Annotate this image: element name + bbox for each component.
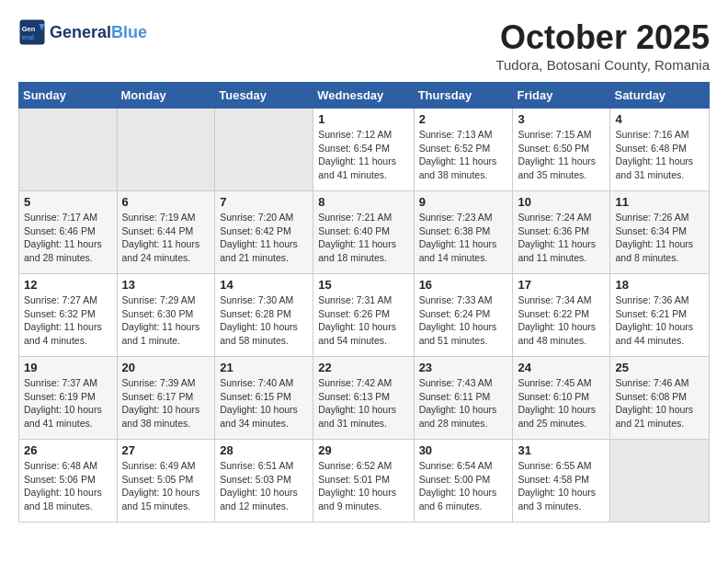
calendar-day-cell: 2Sunrise: 7:13 AM Sunset: 6:52 PM Daylig… [414, 109, 513, 191]
day-number: 14 [220, 278, 308, 292]
day-number: 27 [122, 443, 210, 457]
day-number: 12 [24, 278, 112, 292]
day-of-week-header: Thursday [414, 83, 513, 109]
calendar-day-cell: 25Sunrise: 7:46 AM Sunset: 6:08 PM Dayli… [610, 357, 710, 440]
day-of-week-header: Sunday [19, 83, 118, 109]
day-info: Sunrise: 6:52 AM Sunset: 5:01 PM Dayligh… [318, 459, 408, 513]
calendar-day-cell [610, 440, 710, 523]
calendar-day-cell: 21Sunrise: 7:40 AM Sunset: 6:15 PM Dayli… [215, 357, 313, 440]
calendar-week-row: 5Sunrise: 7:17 AM Sunset: 6:46 PM Daylig… [19, 191, 710, 274]
day-info: Sunrise: 7:45 AM Sunset: 6:10 PM Dayligh… [518, 376, 605, 431]
day-info: Sunrise: 7:30 AM Sunset: 6:28 PM Dayligh… [220, 293, 308, 348]
day-of-week-header: Tuesday [215, 83, 313, 109]
day-header-row: SundayMondayTuesdayWednesdayThursdayFrid… [19, 83, 710, 109]
day-info: Sunrise: 7:42 AM Sunset: 6:13 PM Dayligh… [318, 376, 408, 431]
calendar-day-cell: 11Sunrise: 7:26 AM Sunset: 6:34 PM Dayli… [610, 191, 710, 274]
day-info: Sunrise: 6:48 AM Sunset: 5:06 PM Dayligh… [24, 459, 112, 513]
day-number: 29 [318, 443, 408, 457]
logo: Gen eral GeneralBlue [18, 18, 147, 46]
calendar-day-cell: 31Sunrise: 6:55 AM Sunset: 4:58 PM Dayli… [513, 440, 610, 523]
title-block: October 2025 Tudora, Botosani County, Ro… [495, 18, 710, 73]
day-info: Sunrise: 7:21 AM Sunset: 6:40 PM Dayligh… [318, 211, 408, 265]
day-number: 23 [419, 361, 508, 374]
day-number: 1 [318, 112, 408, 126]
calendar-day-cell: 1Sunrise: 7:12 AM Sunset: 6:54 PM Daylig… [313, 109, 414, 191]
day-number: 22 [318, 361, 408, 374]
day-number: 19 [24, 361, 112, 374]
day-number: 18 [615, 278, 704, 292]
day-info: Sunrise: 7:46 AM Sunset: 6:08 PM Dayligh… [615, 376, 704, 431]
day-number: 21 [220, 361, 308, 374]
calendar-day-cell: 6Sunrise: 7:19 AM Sunset: 6:44 PM Daylig… [117, 191, 215, 274]
day-info: Sunrise: 7:36 AM Sunset: 6:21 PM Dayligh… [615, 293, 704, 348]
day-of-week-header: Saturday [610, 83, 710, 109]
calendar-day-cell [215, 109, 313, 191]
calendar-day-cell: 28Sunrise: 6:51 AM Sunset: 5:03 PM Dayli… [215, 440, 313, 523]
calendar-week-row: 12Sunrise: 7:27 AM Sunset: 6:32 PM Dayli… [19, 274, 710, 357]
day-number: 6 [122, 195, 210, 209]
day-info: Sunrise: 6:55 AM Sunset: 4:58 PM Dayligh… [518, 459, 605, 513]
day-number: 4 [615, 112, 704, 126]
day-info: Sunrise: 7:43 AM Sunset: 6:11 PM Dayligh… [419, 376, 508, 431]
day-number: 15 [318, 278, 408, 292]
day-number: 25 [615, 361, 704, 374]
calendar-day-cell: 24Sunrise: 7:45 AM Sunset: 6:10 PM Dayli… [513, 357, 610, 440]
day-number: 31 [518, 443, 605, 457]
day-number: 17 [518, 278, 605, 292]
calendar-day-cell: 22Sunrise: 7:42 AM Sunset: 6:13 PM Dayli… [313, 357, 414, 440]
calendar-day-cell: 17Sunrise: 7:34 AM Sunset: 6:22 PM Dayli… [513, 274, 610, 357]
calendar-day-cell: 30Sunrise: 6:54 AM Sunset: 5:00 PM Dayli… [414, 440, 513, 523]
calendar-day-cell: 8Sunrise: 7:21 AM Sunset: 6:40 PM Daylig… [313, 191, 414, 274]
day-info: Sunrise: 7:23 AM Sunset: 6:38 PM Dayligh… [419, 211, 508, 265]
day-info: Sunrise: 6:51 AM Sunset: 5:03 PM Dayligh… [220, 459, 308, 513]
day-info: Sunrise: 7:37 AM Sunset: 6:19 PM Dayligh… [24, 376, 112, 431]
calendar-table: SundayMondayTuesdayWednesdayThursdayFrid… [18, 82, 710, 523]
day-number: 9 [419, 195, 508, 209]
calendar-day-cell: 5Sunrise: 7:17 AM Sunset: 6:46 PM Daylig… [19, 191, 118, 274]
calendar-day-cell: 9Sunrise: 7:23 AM Sunset: 6:38 PM Daylig… [414, 191, 513, 274]
day-number: 10 [518, 195, 605, 209]
day-number: 26 [24, 443, 112, 457]
day-number: 13 [122, 278, 210, 292]
day-info: Sunrise: 7:27 AM Sunset: 6:32 PM Dayligh… [24, 293, 112, 348]
day-info: Sunrise: 7:13 AM Sunset: 6:52 PM Dayligh… [419, 128, 508, 182]
calendar-day-cell: 20Sunrise: 7:39 AM Sunset: 6:17 PM Dayli… [117, 357, 215, 440]
day-number: 5 [24, 195, 112, 209]
day-info: Sunrise: 7:16 AM Sunset: 6:48 PM Dayligh… [615, 128, 704, 182]
calendar-day-cell: 10Sunrise: 7:24 AM Sunset: 6:36 PM Dayli… [513, 191, 610, 274]
day-number: 11 [615, 195, 704, 209]
day-info: Sunrise: 7:20 AM Sunset: 6:42 PM Dayligh… [220, 211, 308, 265]
day-of-week-header: Monday [117, 83, 215, 109]
calendar-day-cell: 19Sunrise: 7:37 AM Sunset: 6:19 PM Dayli… [19, 357, 118, 440]
calendar-day-cell: 23Sunrise: 7:43 AM Sunset: 6:11 PM Dayli… [414, 357, 513, 440]
calendar-week-row: 19Sunrise: 7:37 AM Sunset: 6:19 PM Dayli… [19, 357, 710, 440]
calendar-day-cell [117, 109, 215, 191]
day-number: 20 [122, 361, 210, 374]
day-info: Sunrise: 7:39 AM Sunset: 6:17 PM Dayligh… [122, 376, 210, 431]
day-of-week-header: Friday [513, 83, 610, 109]
svg-text:eral: eral [22, 33, 34, 41]
day-info: Sunrise: 7:34 AM Sunset: 6:22 PM Dayligh… [518, 293, 605, 348]
day-number: 30 [419, 443, 508, 457]
day-info: Sunrise: 7:31 AM Sunset: 6:26 PM Dayligh… [318, 293, 408, 348]
logo-icon: Gen eral [18, 18, 46, 46]
calendar-day-cell: 16Sunrise: 7:33 AM Sunset: 6:24 PM Dayli… [414, 274, 513, 357]
location-subtitle: Tudora, Botosani County, Romania [495, 57, 710, 73]
calendar-day-cell: 7Sunrise: 7:20 AM Sunset: 6:42 PM Daylig… [215, 191, 313, 274]
day-number: 2 [419, 112, 508, 126]
calendar-day-cell [19, 109, 118, 191]
calendar-day-cell: 3Sunrise: 7:15 AM Sunset: 6:50 PM Daylig… [513, 109, 610, 191]
day-info: Sunrise: 7:40 AM Sunset: 6:15 PM Dayligh… [220, 376, 308, 431]
calendar-day-cell: 27Sunrise: 6:49 AM Sunset: 5:05 PM Dayli… [117, 440, 215, 523]
logo-text: GeneralBlue [50, 23, 147, 42]
day-info: Sunrise: 7:33 AM Sunset: 6:24 PM Dayligh… [419, 293, 508, 348]
calendar-day-cell: 12Sunrise: 7:27 AM Sunset: 6:32 PM Dayli… [19, 274, 118, 357]
calendar-week-row: 1Sunrise: 7:12 AM Sunset: 6:54 PM Daylig… [19, 109, 710, 191]
day-of-week-header: Wednesday [313, 83, 414, 109]
calendar-day-cell: 26Sunrise: 6:48 AM Sunset: 5:06 PM Dayli… [19, 440, 118, 523]
day-number: 3 [518, 112, 605, 126]
calendar-day-cell: 29Sunrise: 6:52 AM Sunset: 5:01 PM Dayli… [313, 440, 414, 523]
day-info: Sunrise: 7:29 AM Sunset: 6:30 PM Dayligh… [122, 293, 210, 348]
calendar-day-cell: 13Sunrise: 7:29 AM Sunset: 6:30 PM Dayli… [117, 274, 215, 357]
page-header: Gen eral GeneralBlue October 2025 Tudora… [18, 18, 710, 73]
